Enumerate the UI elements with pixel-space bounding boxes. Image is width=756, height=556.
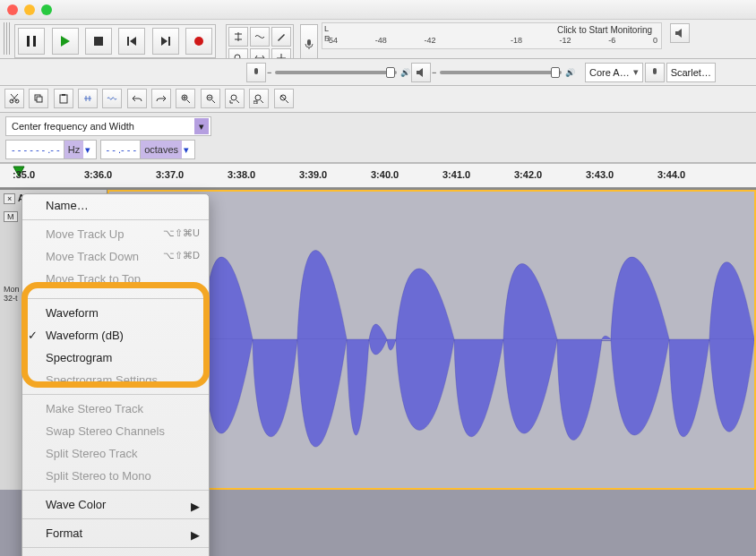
width-field[interactable]: - - .- - - octaves ▾ <box>100 140 196 159</box>
menu-move-top: Move Track to Top <box>22 268 209 290</box>
close-window-button[interactable] <box>7 4 18 15</box>
selection-tool[interactable] <box>228 27 248 47</box>
menu-split-mono: Split Stereo to Mono <box>22 465 209 487</box>
svg-rect-13 <box>653 68 657 74</box>
zoom-out-button[interactable] <box>201 89 220 108</box>
menu-waveform[interactable]: Waveform <box>22 302 209 324</box>
mic-volume-icon <box>246 63 266 82</box>
menu-format[interactable]: Format▶ <box>22 522 209 544</box>
timeline-ruler[interactable]: :35.0 3:36.0 3:37.0 3:38.0 3:39.0 3:40.0… <box>0 163 756 188</box>
skip-start-button[interactable] <box>118 28 145 55</box>
svg-rect-19 <box>62 94 65 96</box>
undo-button[interactable] <box>127 89 147 108</box>
svg-marker-7 <box>161 37 168 46</box>
menu-move-up: Move Track Up⌥⇧⌘U <box>22 223 209 245</box>
skip-end-button[interactable] <box>152 28 179 55</box>
speaker-icon[interactable] <box>670 23 690 43</box>
audio-host-select[interactable]: Core A…▾ <box>585 63 643 82</box>
recording-volume-slider[interactable]: −🔊 <box>267 68 410 77</box>
mic-icon[interactable] <box>300 24 318 59</box>
svg-rect-24 <box>253 101 257 104</box>
playback-volume-slider[interactable]: −🔊 <box>432 68 575 77</box>
multi-tool[interactable] <box>271 48 291 59</box>
silence-button[interactable] <box>102 89 122 108</box>
fit-project-button[interactable] <box>249 89 269 108</box>
redo-button[interactable] <box>151 89 171 108</box>
timeshift-tool[interactable] <box>250 48 270 59</box>
svg-rect-0 <box>27 36 30 47</box>
svg-rect-6 <box>168 37 170 46</box>
menu-spectrogram[interactable]: Spectrogram <box>22 346 209 369</box>
minimize-window-button[interactable] <box>24 4 35 15</box>
trim-button[interactable] <box>78 89 98 108</box>
envelope-tool[interactable] <box>250 27 270 47</box>
stop-button[interactable] <box>85 28 112 55</box>
speaker-volume-icon <box>411 63 431 82</box>
svg-point-22 <box>231 95 236 100</box>
spectral-mode-select[interactable]: Center frequency and Width ▾ <box>5 116 211 136</box>
center-frequency-field[interactable]: - - - - - - .- - Hz ▾ <box>5 140 97 159</box>
copy-button[interactable] <box>29 89 48 108</box>
window-titlebar <box>0 0 756 20</box>
svg-rect-1 <box>33 36 36 47</box>
svg-rect-12 <box>254 68 258 74</box>
menu-make-stereo: Make Stereo Track <box>22 398 209 420</box>
pause-button[interactable] <box>18 28 45 55</box>
menu-split-stereo: Split Stereo Track <box>22 442 209 465</box>
svg-marker-2 <box>61 36 70 47</box>
play-button[interactable] <box>52 28 79 55</box>
svg-rect-18 <box>60 95 67 103</box>
menu-rate[interactable]: Rate▶ <box>22 551 209 556</box>
svg-marker-5 <box>130 37 136 46</box>
mic-device-icon <box>645 63 665 82</box>
paste-button[interactable] <box>54 89 73 108</box>
cut-button[interactable] <box>4 89 24 108</box>
fit-selection-button[interactable] <box>225 89 245 108</box>
track-dropdown-menu: Name… Move Track Up⌥⇧⌘U Move Track Down⌥… <box>21 193 210 556</box>
track-close-button[interactable]: × <box>4 193 15 204</box>
menu-swap-channels: Swap Stereo Channels <box>22 420 209 442</box>
menu-waveform-db[interactable]: ✓Waveform (dB) <box>22 324 209 346</box>
svg-rect-4 <box>127 37 129 46</box>
svg-point-8 <box>194 37 203 46</box>
mute-button[interactable]: M <box>4 211 18 222</box>
zoom-tool[interactable] <box>228 48 248 59</box>
zoom-toggle-button[interactable] <box>274 89 294 108</box>
svg-point-23 <box>255 95 261 100</box>
record-button[interactable] <box>185 28 212 55</box>
menu-move-down: Move Track Down⌥⇧⌘D <box>22 245 209 268</box>
menu-name[interactable]: Name… <box>22 194 209 217</box>
svg-rect-11 <box>307 39 311 46</box>
zoom-in-button[interactable] <box>176 89 195 108</box>
recording-device-select[interactable]: Scarlet… <box>666 63 716 82</box>
menu-spectrogram-settings: Spectrogram Settings… <box>22 369 209 391</box>
svg-rect-17 <box>37 97 42 102</box>
recording-meter[interactable]: LR Click to Start Monitoring -54 -48 -42… <box>322 22 662 49</box>
zoom-window-button[interactable] <box>41 4 52 15</box>
menu-wave-color[interactable]: Wave Color▶ <box>22 493 209 516</box>
svg-rect-3 <box>94 37 103 46</box>
draw-tool[interactable] <box>271 27 291 47</box>
